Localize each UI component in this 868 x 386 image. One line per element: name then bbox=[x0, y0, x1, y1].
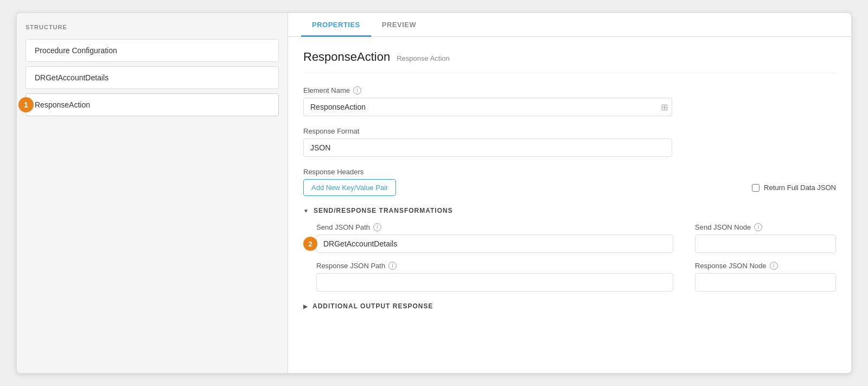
collapse-arrow-right: ▶ bbox=[303, 303, 308, 309]
send-json-path-input[interactable] bbox=[316, 235, 673, 253]
transformations-label: SEND/RESPONSE TRANSFORMATIONS bbox=[314, 207, 453, 214]
element-name-input[interactable] bbox=[303, 98, 672, 116]
response-format-label: Response Format bbox=[303, 127, 836, 135]
content-area: ResponseAction Response Action Element N… bbox=[288, 37, 851, 373]
response-json-path-label: Response JSON Path i bbox=[316, 262, 673, 270]
return-full-data-label: Return Full Data JSON bbox=[764, 183, 836, 192]
collapse-arrow-open: ▼ bbox=[303, 208, 309, 214]
page-subtitle: Response Action bbox=[397, 54, 450, 62]
sidebar-item-response-action[interactable]: 1 ResponseAction bbox=[25, 93, 279, 116]
response-json-node-label: Response JSON Node i bbox=[695, 262, 836, 270]
left-panel: STRUCTURE Procedure Configuration DRGetA… bbox=[17, 13, 288, 373]
response-json-node-field: Response JSON Node i bbox=[695, 262, 836, 292]
add-key-value-button[interactable]: Add New Key/Value Pair bbox=[303, 179, 396, 196]
content-header: ResponseAction Response Action bbox=[303, 50, 836, 73]
element-name-section: Element Name i ⊞ bbox=[303, 86, 836, 116]
transformations-collapse[interactable]: ▼ SEND/RESPONSE TRANSFORMATIONS bbox=[303, 207, 836, 214]
element-name-label: Element Name i bbox=[303, 86, 836, 94]
page-title: ResponseAction bbox=[303, 50, 390, 64]
response-json-node-input[interactable] bbox=[695, 273, 836, 292]
badge-1: 1 bbox=[18, 97, 34, 112]
table-icon[interactable]: ⊞ bbox=[661, 102, 668, 112]
response-json-path-field: Response JSON Path i bbox=[316, 262, 673, 292]
tab-preview[interactable]: PREVIEW bbox=[371, 13, 427, 37]
response-headers-section: Response Headers Add New Key/Value Pair bbox=[303, 168, 836, 196]
tab-properties[interactable]: PROPERTIES bbox=[301, 13, 371, 37]
element-name-wrapper: ⊞ bbox=[303, 98, 672, 116]
element-name-info-icon[interactable]: i bbox=[353, 86, 361, 94]
tabs-bar: PROPERTIES PREVIEW bbox=[288, 13, 851, 37]
sidebar-item-label: DRGetAccountDetails bbox=[35, 73, 108, 82]
app-container: STRUCTURE Procedure Configuration DRGetA… bbox=[16, 12, 852, 374]
right-panel: PROPERTIES PREVIEW ResponseAction Respon… bbox=[288, 13, 851, 373]
send-json-path-label: Send JSON Path i bbox=[316, 223, 673, 231]
sidebar-item-label: Procedure Configuration bbox=[35, 46, 117, 55]
additional-output-section[interactable]: ▶ ADDITIONAL OUTPUT RESPONSE bbox=[303, 302, 836, 310]
sidebar-item-procedure-config[interactable]: Procedure Configuration bbox=[25, 39, 279, 62]
return-full-data-checkbox[interactable] bbox=[752, 184, 760, 192]
sidebar-item-dr-get-account[interactable]: DRGetAccountDetails bbox=[25, 66, 279, 89]
badge-2: 2 bbox=[303, 237, 317, 251]
response-format-input[interactable] bbox=[303, 138, 672, 157]
sidebar-item-label: ResponseAction bbox=[35, 100, 90, 109]
send-json-node-input[interactable] bbox=[695, 235, 836, 253]
response-json-path-input[interactable] bbox=[316, 273, 673, 292]
response-json-path-info-icon[interactable]: i bbox=[388, 262, 397, 270]
transformations-section: ▼ SEND/RESPONSE TRANSFORMATIONS Send JSO… bbox=[303, 207, 836, 292]
send-json-node-info-icon[interactable]: i bbox=[754, 223, 762, 231]
send-json-node-field: Send JSON Node i bbox=[695, 223, 836, 253]
send-json-node-label: Send JSON Node i bbox=[695, 223, 836, 231]
response-json-node-info-icon[interactable]: i bbox=[770, 262, 778, 270]
send-json-path-info-icon[interactable]: i bbox=[373, 223, 381, 231]
transformations-grid: Send JSON Path i 2 Send JSON Node i bbox=[303, 223, 836, 292]
structure-label: STRUCTURE bbox=[25, 24, 279, 30]
send-json-path-field: Send JSON Path i 2 bbox=[316, 223, 673, 253]
return-full-data-row: Return Full Data JSON bbox=[752, 183, 836, 192]
response-headers-label: Response Headers bbox=[303, 168, 836, 176]
response-format-section: Response Format bbox=[303, 127, 836, 157]
additional-output-label: ADDITIONAL OUTPUT RESPONSE bbox=[312, 302, 433, 310]
